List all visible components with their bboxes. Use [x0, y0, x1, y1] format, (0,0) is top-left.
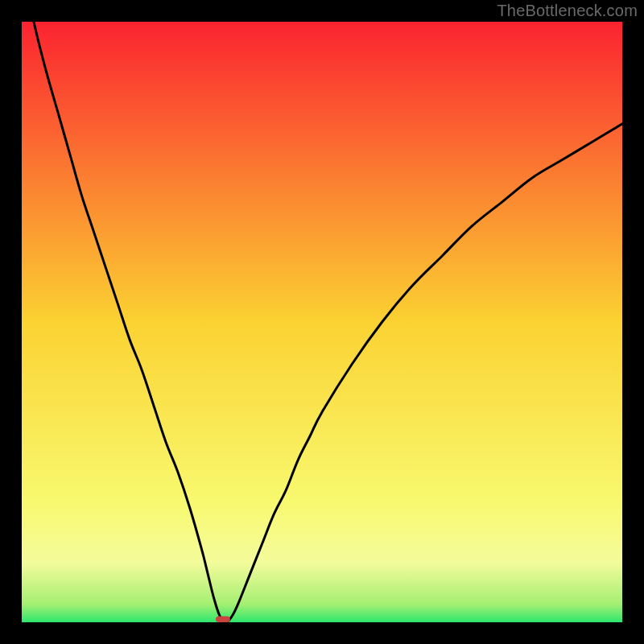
chart-svg	[22, 22, 622, 622]
attribution-text: TheBottleneck.com	[497, 2, 638, 20]
optimum-marker	[216, 617, 230, 622]
gradient-background	[22, 22, 622, 622]
chart-container: TheBottleneck.com	[0, 0, 644, 644]
plot-area	[22, 22, 622, 622]
